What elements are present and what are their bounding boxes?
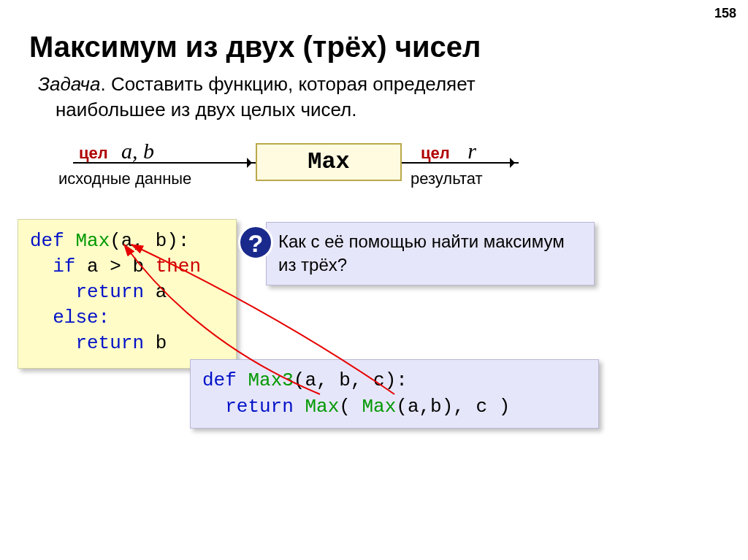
- input-type-row: цел a, b: [79, 139, 154, 164]
- page-title: Максимум из двух (трёх) чисел: [29, 31, 481, 64]
- task-line2: наибольшее из двух целых чисел.: [38, 97, 356, 123]
- input-vars: a, b: [121, 139, 154, 163]
- call-max-outer: Max: [305, 396, 339, 418]
- kw-return-a: return: [30, 281, 156, 303]
- kw-then: then: [156, 256, 201, 277]
- paren1: (: [339, 396, 362, 418]
- question-box: Как с её помощью найти максимум из трёх?: [266, 222, 595, 285]
- fn-max: Max: [75, 230, 110, 252]
- kw-def: def: [30, 230, 75, 252]
- code2-params: (a, b, c):: [294, 369, 408, 391]
- kw-def2: def: [202, 369, 248, 391]
- kw-else: else:: [30, 307, 110, 329]
- max-box: Max: [256, 143, 402, 181]
- task-line1: . Составить функцию, которая определяет: [100, 73, 475, 95]
- code-block-max3: def Max3(a, b, c): return Max( Max(a,b),…: [190, 359, 599, 429]
- call-max-inner: Max: [362, 396, 396, 418]
- code-block-max: def Max(a, b): if a > b then return a el…: [18, 219, 237, 369]
- question-mark-icon: ?: [238, 225, 273, 260]
- kw-if: if: [30, 256, 75, 277]
- page-number: 158: [714, 6, 736, 21]
- output-type-row: цел r: [421, 139, 476, 164]
- val-b: b: [156, 332, 167, 354]
- cond: a > b: [75, 256, 155, 277]
- result-caption: результат: [411, 169, 483, 188]
- kw-return2: return: [202, 396, 305, 418]
- type-label-right: цел: [421, 144, 450, 162]
- task-statement: Задача. Составить функцию, которая опред…: [38, 72, 476, 123]
- inputs-caption: исходные данные: [58, 169, 191, 188]
- fn-max3: Max3: [248, 369, 293, 391]
- paren2: (a,b), c ): [396, 396, 510, 418]
- task-label: Задача: [38, 73, 100, 95]
- function-diagram: Max цел a, b исходные данные цел r резул…: [51, 130, 504, 196]
- type-label-left: цел: [79, 144, 108, 162]
- kw-return-b: return: [30, 332, 156, 354]
- code-params: (a, b):: [110, 230, 189, 252]
- output-var: r: [468, 139, 476, 163]
- val-a: a: [156, 281, 167, 303]
